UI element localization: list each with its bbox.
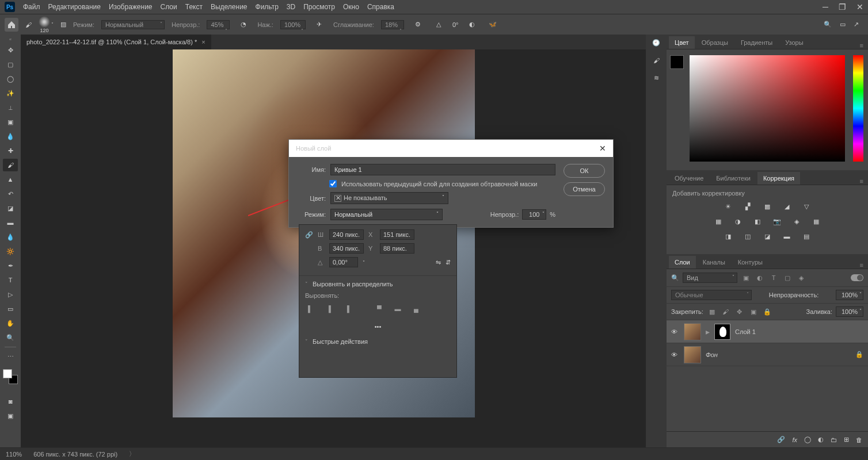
gear-icon[interactable]: ⚙ [411, 18, 425, 32]
width-input[interactable]: 240 пикс. [329, 229, 364, 240]
colorlookup-icon[interactable]: ▦ [810, 216, 822, 227]
panel-menu-icon[interactable]: ≡ [860, 178, 868, 185]
workspace-icon[interactable]: ▭ [840, 21, 846, 28]
fx-icon[interactable]: fx [792, 436, 797, 443]
more-icon[interactable]: ••• [299, 320, 456, 334]
airbrush-icon[interactable]: ✈ [313, 18, 326, 32]
dialog-close-icon[interactable]: ✕ [599, 144, 606, 153]
visibility-icon[interactable]: 👁 [671, 351, 679, 358]
maximize-icon[interactable]: ❐ [839, 2, 846, 12]
zoom-tool[interactable]: 🔍 [3, 331, 18, 344]
mask-thumbnail[interactable] [714, 324, 730, 340]
move-tool[interactable]: ✥ [3, 44, 18, 56]
layer-thumbnail[interactable] [684, 323, 701, 340]
foreground-color[interactable] [670, 55, 684, 69]
close-icon[interactable]: ✕ [856, 2, 863, 12]
menu-window[interactable]: Окно [343, 3, 359, 11]
dialog-titlebar[interactable]: Новый слой ✕ [289, 140, 613, 157]
share-icon[interactable]: ↗ [854, 21, 859, 28]
flip-v-icon[interactable]: ⇵ [446, 259, 451, 266]
filter-type-dropdown[interactable]: Вид [683, 273, 737, 283]
align-vcenter-icon[interactable]: ▬ [393, 304, 403, 314]
color-field[interactable] [690, 55, 845, 162]
selectivecolor-icon[interactable]: ▤ [801, 231, 812, 241]
menu-text[interactable]: Текст [185, 3, 203, 11]
menu-select[interactable]: Выделение [211, 3, 248, 11]
layer-name[interactable]: Слой 1 [735, 328, 756, 335]
bw-icon[interactable]: ◧ [752, 216, 763, 227]
clip-checkbox[interactable] [329, 180, 337, 187]
brush-tool[interactable]: 🖌 [3, 159, 18, 171]
pressure-opacity-icon[interactable]: ◔ [237, 18, 250, 32]
history-icon[interactable]: 🕘 [652, 39, 660, 47]
filter-toggle[interactable] [851, 274, 863, 281]
gradientmap-icon[interactable]: ▬ [781, 231, 793, 241]
frame-tool[interactable]: ▣ [3, 116, 18, 128]
opacity-dropdown[interactable]: 45% [207, 20, 230, 29]
angle-input[interactable]: 0,00° [329, 257, 358, 267]
group-icon[interactable]: 🗀 [831, 436, 837, 443]
align-bottom-icon[interactable]: ▄ [411, 304, 421, 314]
menu-image[interactable]: Изображение [109, 3, 153, 11]
menu-3d[interactable]: 3D [287, 3, 295, 11]
gradient-tool[interactable]: ▬ [3, 216, 18, 229]
x-input[interactable]: 151 пикс. [380, 229, 414, 240]
brushes-icon[interactable]: 🖌 [653, 57, 660, 64]
menu-help[interactable]: Справка [367, 3, 394, 11]
edit-toolbar-icon[interactable]: ⋯ [3, 350, 18, 363]
eyedropper-tool[interactable]: 💧 [3, 130, 18, 143]
eraser-tool[interactable]: ◪ [3, 202, 18, 214]
quickmask-icon[interactable]: ◙ [3, 395, 18, 408]
color-swatches[interactable] [3, 369, 18, 384]
menu-filter[interactable]: Фильтр [256, 3, 279, 11]
menu-view[interactable]: Просмотр [303, 3, 335, 11]
align-top-icon[interactable]: ▀ [374, 304, 384, 314]
color-dropdown[interactable]: ✕Не показывать [330, 192, 448, 204]
invert-icon[interactable]: ◨ [722, 231, 734, 241]
link-layers-icon[interactable]: 🔗 [777, 436, 785, 443]
lasso-tool[interactable]: ◯ [3, 72, 18, 85]
panel-menu-icon[interactable]: ≡ [860, 262, 868, 269]
search-icon[interactable]: 🔍 [824, 21, 832, 28]
tab-layers[interactable]: Слои [669, 256, 696, 269]
brightness-icon[interactable]: ☀ [722, 201, 734, 212]
y-input[interactable]: 88 пикс. [380, 243, 414, 254]
curves-icon[interactable]: ▩ [762, 201, 773, 212]
hue-slider[interactable] [853, 55, 863, 162]
threshold-icon[interactable]: ◪ [762, 231, 773, 241]
symmetry-icon[interactable]: 🦋 [486, 18, 500, 32]
wand-tool[interactable]: ✨ [3, 87, 18, 99]
pen-tool[interactable]: ✒ [3, 259, 18, 272]
channelmixer-icon[interactable]: ◈ [791, 216, 802, 227]
blend-mode-dropdown[interactable]: Нормальный [101, 20, 165, 29]
blur-tool[interactable]: 💧 [3, 231, 18, 243]
layer-row[interactable]: 👁 Фон 🔒 [667, 343, 868, 366]
height-input[interactable]: 340 пикс. [329, 243, 364, 254]
brush-settings-icon[interactable]: ≋ [654, 74, 659, 82]
vibrance-icon[interactable]: ▽ [801, 201, 812, 212]
panel-menu-icon[interactable]: ≡ [860, 42, 868, 49]
flow-dropdown[interactable]: 100% [280, 20, 306, 29]
filter-smart-icon[interactable]: ◈ [796, 273, 806, 283]
lock-pos-icon[interactable]: ✥ [734, 306, 745, 317]
brush-settings-icon[interactable]: ▨ [60, 21, 66, 28]
lock-paint-icon[interactable]: 🖌 [721, 306, 731, 317]
layer-row[interactable]: 👁 ▸ Слой 1 [667, 320, 868, 343]
name-input[interactable] [330, 164, 555, 175]
layer-thumbnail[interactable] [684, 346, 701, 363]
hand-tool[interactable]: ✋ [3, 317, 18, 329]
adjustment-layer-icon[interactable]: ◐ [818, 436, 824, 443]
marquee-tool[interactable]: ▢ [3, 58, 18, 71]
document-tab[interactable]: photo_2022-11--42-12.tif @ 110% (Слой 1,… [21, 34, 211, 49]
doc-dimensions[interactable]: 606 пикс. x 743 пикс. (72 ppi) [33, 451, 117, 458]
filter-pixel-icon[interactable]: ▣ [741, 273, 751, 283]
dlg-opacity-input[interactable]: 100 [522, 209, 546, 220]
new-layer-icon[interactable]: ⊞ [844, 436, 849, 443]
path-select-tool[interactable]: ▷ [3, 288, 18, 301]
home-button[interactable] [5, 18, 18, 32]
shape-tool[interactable]: ▭ [3, 302, 18, 315]
align-hcenter-icon[interactable]: ▐ [323, 304, 334, 314]
stamp-tool[interactable]: ▲ [3, 173, 18, 186]
align-section-toggle[interactable]: Выровнять и распределить [299, 276, 456, 292]
blend-mode-dropdown[interactable]: Обычные [671, 290, 752, 300]
